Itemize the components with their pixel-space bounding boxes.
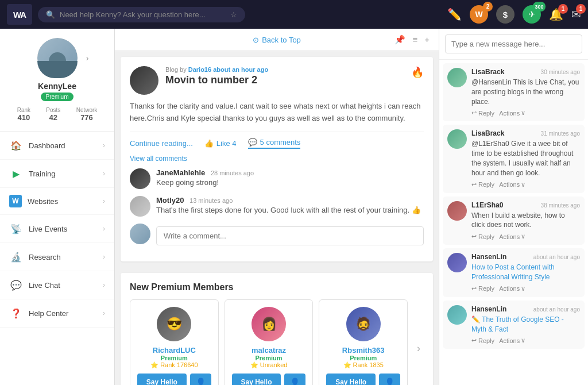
chat-link-4[interactable]: How to Post a Content with Professional … xyxy=(471,263,555,281)
top-nav: WA 🔍 ☆ ✏️ W 2 $ ✈ 300 🔔 1 ✉ 1 xyxy=(0,0,588,29)
member-actions-2: Say Hello 👤 xyxy=(232,374,306,385)
comment-time-1: 28 minutes ago xyxy=(211,170,254,176)
profile-section: › KennyLee Premium Rank 410 Posts 42 Net… xyxy=(0,29,114,132)
post-author[interactable]: Dario16 xyxy=(188,66,211,73)
chat-input[interactable] xyxy=(445,34,582,53)
search-icon: 🔍 xyxy=(46,10,55,19)
view-all-comments-link[interactable]: View all comments xyxy=(130,155,424,163)
chat-msg-content-4: HansenLin about an hour ago How to Post … xyxy=(471,253,580,292)
post-author-avatar xyxy=(130,66,158,95)
search-input[interactable] xyxy=(60,10,226,19)
member-name-3[interactable]: Rbsmith363 xyxy=(326,346,400,355)
member-avatar-2: 👩 xyxy=(252,307,286,341)
chat-author-3[interactable]: L1ErSha0 xyxy=(471,201,503,209)
nav-icons: ✏️ W 2 $ ✈ 300 🔔 1 ✉ 1 xyxy=(447,5,581,24)
comment-icon: 💬 xyxy=(248,138,257,147)
sidebar-item-training[interactable]: ▶ Training › xyxy=(0,160,114,188)
chat-msg-content-5: HansenLin about an hour ago ✏️ The Truth… xyxy=(471,305,580,345)
search-bar[interactable]: 🔍 ☆ xyxy=(38,7,245,22)
websites-icon: W xyxy=(9,195,22,207)
chat-author-4[interactable]: HansenLin xyxy=(471,253,506,261)
chat-msg-header-2: LisaBrack 31 minutes ago xyxy=(471,129,580,137)
logo-icon: WA xyxy=(7,4,32,25)
follow-button-1[interactable]: 👤 xyxy=(190,374,211,385)
say-hello-button-3[interactable]: Say Hello xyxy=(326,374,376,385)
feed: ⊙ Back to Top 📌 ≡ + Blog by Dario16 abou… xyxy=(115,29,439,385)
chat-message-4: HansenLin about an hour ago How to Post … xyxy=(443,248,585,297)
chat-author-5[interactable]: HansenLin xyxy=(471,305,506,313)
plane-button[interactable]: ✈ 300 xyxy=(523,5,541,24)
filter-icon[interactable]: ≡ xyxy=(412,34,417,45)
member-badge-1: Premium xyxy=(137,355,211,361)
main-layout: › KennyLee Premium Rank 410 Posts 42 Net… xyxy=(0,29,588,385)
comment-avatar-2 xyxy=(130,196,150,217)
actions-button-1[interactable]: Actions ∨ xyxy=(499,109,525,117)
chat-author-1[interactable]: LisaBrack xyxy=(471,68,504,76)
chat-link-5[interactable]: ✏️ The Truth of Google SEO - Myth & Fact xyxy=(471,315,564,333)
sidebar-item-dashboard[interactable]: 🏠 Dashboard › xyxy=(0,132,114,160)
members-next-button[interactable]: › xyxy=(413,299,424,385)
chat-avatar-1 xyxy=(447,68,467,87)
member-avatar-1: 😎 xyxy=(157,307,191,341)
post-actions: Continue reading... 👍 Like 4 💬 5 comment… xyxy=(130,132,424,149)
comment-input[interactable] xyxy=(156,226,424,245)
mail-button[interactable]: ✉ 1 xyxy=(571,7,581,21)
member-badge-2: Premium xyxy=(232,355,306,361)
continue-reading-link[interactable]: Continue reading... xyxy=(130,139,193,148)
chat-input-bar xyxy=(439,29,588,60)
chat-message-5: HansenLin about an hour ago ✏️ The Truth… xyxy=(443,301,585,349)
sidebar-item-live-chat[interactable]: 💬 Live Chat › xyxy=(0,271,114,299)
avatar-wrap: › xyxy=(37,38,78,78)
comments-button[interactable]: 💬 5 comments xyxy=(248,138,301,149)
chevron-icon: › xyxy=(103,225,105,233)
training-icon: ▶ xyxy=(9,167,23,180)
research-icon: 🔬 xyxy=(9,250,23,264)
reply-button-3[interactable]: ↩ Reply xyxy=(471,233,494,240)
chat-author-2[interactable]: LisaBrack xyxy=(471,129,504,137)
say-hello-button-2[interactable]: Say Hello xyxy=(232,374,281,385)
bell-button[interactable]: 🔔 1 xyxy=(549,7,563,21)
edit-button[interactable]: ✏️ xyxy=(447,7,462,21)
reply-button-4[interactable]: ↩ Reply xyxy=(471,285,494,292)
actions-button-4[interactable]: Actions ∨ xyxy=(499,285,525,292)
member-name-1[interactable]: RichardLUC xyxy=(137,346,211,355)
post-header: Blog by Dario16 about an hour ago Movin … xyxy=(130,66,424,95)
sidebar-item-websites[interactable]: W Websites › xyxy=(0,188,114,215)
like-button[interactable]: 👍 Like 4 xyxy=(204,139,237,148)
back-to-top-button[interactable]: ⊙ Back to Top xyxy=(228,36,326,44)
sidebar-item-help-center[interactable]: ❓ Help Center › xyxy=(0,299,114,328)
stat-posts: Posts 42 xyxy=(46,107,60,122)
members-list: 😎 RichardLUC Premium ⭐ Rank 176640 Say H… xyxy=(130,299,424,385)
chat-actions-5: ↩ Reply Actions ∨ xyxy=(471,337,580,344)
chat-text-3: When I build a website, how to click doe… xyxy=(471,211,580,230)
chat-avatar-5 xyxy=(447,305,467,325)
actions-button-3[interactable]: Actions ∨ xyxy=(499,233,525,240)
actions-button-2[interactable]: Actions ∨ xyxy=(499,181,525,188)
follow-button-2[interactable]: 👤 xyxy=(284,374,305,385)
chat-msg-header-4: HansenLin about an hour ago xyxy=(471,253,580,261)
sidebar-label-websites: Websites xyxy=(28,197,97,206)
reply-button-1[interactable]: ↩ Reply xyxy=(471,109,494,117)
sidebar-item-live-events[interactable]: 📡 Live Events › xyxy=(0,215,114,243)
add-icon[interactable]: + xyxy=(424,34,430,45)
member-actions-3: Say Hello 👤 xyxy=(326,374,400,385)
member-badge-3: Premium xyxy=(326,355,400,361)
actions-button-5[interactable]: Actions ∨ xyxy=(499,337,525,344)
profile-expand-chevron[interactable]: › xyxy=(86,53,89,63)
sidebar-item-research[interactable]: 🔬 Research › xyxy=(0,243,114,271)
say-hello-button-1[interactable]: Say Hello xyxy=(137,374,187,385)
comment-item: JaneMahlehle 28 minutes ago Keep going s… xyxy=(130,168,424,189)
reply-button-5[interactable]: ↩ Reply xyxy=(471,337,494,344)
dollar-button[interactable]: $ xyxy=(496,5,514,24)
member-name-2[interactable]: malcatraz xyxy=(232,346,306,355)
reply-button-2[interactable]: ↩ Reply xyxy=(471,181,494,188)
post-title: Movin to number 2 xyxy=(165,74,404,86)
pin-icon[interactable]: 📌 xyxy=(394,34,405,45)
arrow-up-icon: ⊙ xyxy=(253,36,259,44)
comment-author-1[interactable]: JaneMahlehle xyxy=(156,168,205,177)
wa-button[interactable]: W 2 xyxy=(470,5,488,24)
follow-button-3[interactable]: 👤 xyxy=(379,374,400,385)
thumbs-up-icon: 👍 xyxy=(204,139,214,148)
feed-toolbar: ⊙ Back to Top 📌 ≡ + xyxy=(115,29,439,51)
comment-author-2[interactable]: Motly20 xyxy=(156,196,184,205)
